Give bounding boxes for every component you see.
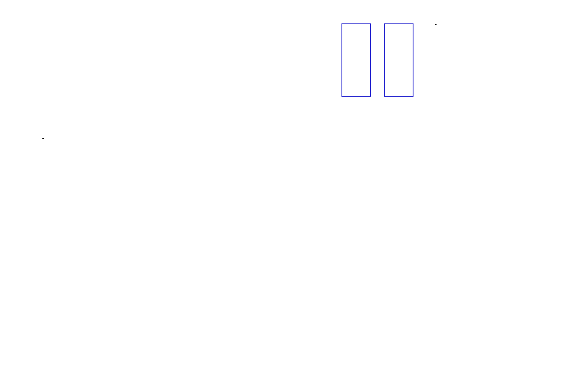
flux-unit-label [42,138,44,139]
spectrum-line-labels-layer [35,109,539,141]
flux-unit-label [435,24,437,25]
elixer-report-page [0,0,576,392]
clean-image-frame [384,23,413,97]
with-sky-frame [341,23,371,97]
